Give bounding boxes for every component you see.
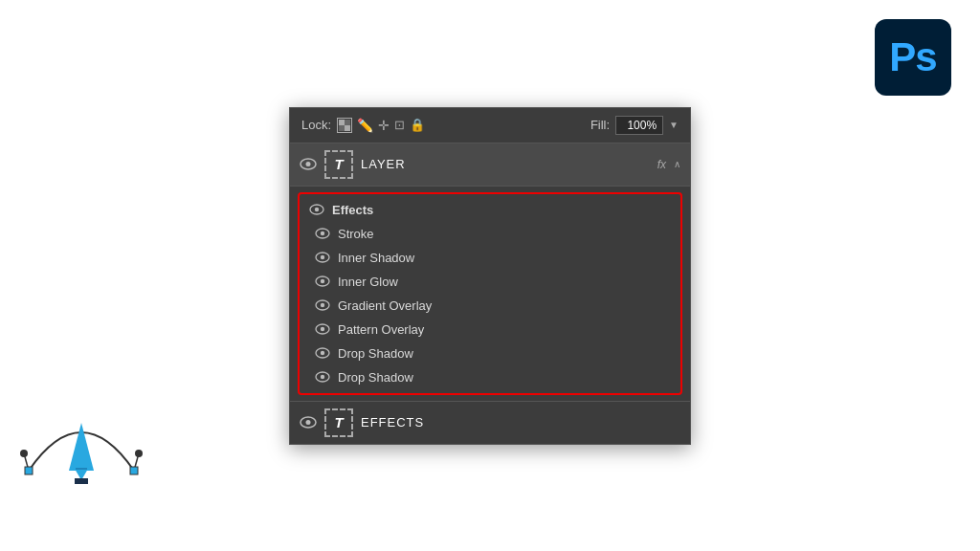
pen-tool-icon	[19, 385, 144, 513]
effect-drop-shadow-2-label: Drop Shadow	[338, 370, 413, 385]
effect-item-drop-shadow-2[interactable]: Drop Shadow	[300, 365, 680, 389]
effect-item-inner-glow[interactable]: Inner Glow	[300, 270, 680, 294]
effects-header-label: Effects	[332, 203, 373, 217]
fill-value-input[interactable]: 100%	[615, 116, 663, 135]
effect-drop-shadow-1-label: Drop Shadow	[338, 346, 413, 361]
effects-container: Effects Stroke	[298, 192, 682, 395]
lock-icons: ✏️ ✛ ⊡ 🔒	[337, 118, 425, 133]
effect-item-drop-shadow-1[interactable]: Drop Shadow	[300, 342, 680, 365]
layer-thumbnail: T	[324, 150, 353, 179]
eye-icon-stroke[interactable]	[315, 228, 330, 239]
bottom-layer-thumbnail: T	[324, 408, 353, 437]
svg-rect-10	[339, 120, 345, 125]
svg-point-19	[321, 231, 324, 235]
svg-point-1	[20, 450, 28, 457]
eye-icon-pattern-overlay[interactable]	[315, 323, 330, 335]
svg-point-25	[321, 303, 324, 307]
layer-row-main[interactable]: T LAYER fx ∧	[290, 143, 690, 187]
svg-marker-6	[69, 423, 94, 471]
svg-rect-11	[345, 125, 350, 131]
svg-point-3	[135, 450, 143, 457]
checkerboard-icon[interactable]	[337, 118, 352, 133]
eye-icon-drop-shadow-2[interactable]	[315, 371, 330, 383]
svg-point-23	[321, 279, 324, 283]
effect-pattern-overlay-label: Pattern Overlay	[338, 322, 424, 337]
lock-label: Lock:	[301, 118, 331, 132]
effect-item-inner-shadow[interactable]: Inner Shadow	[300, 246, 680, 270]
eye-icon-bottom-layer[interactable]	[300, 416, 317, 430]
eye-icon-effects[interactable]	[309, 204, 324, 215]
main-container: Ps L	[0, 0, 980, 551]
effect-inner-shadow-label: Inner Shadow	[338, 251, 414, 265]
effect-gradient-overlay-label: Gradient Overlay	[338, 298, 432, 313]
fill-label: Fill:	[590, 118, 610, 132]
svg-point-29	[321, 351, 324, 355]
eye-icon-gradient-overlay[interactable]	[315, 299, 330, 311]
bottom-layer-row[interactable]: T EFFECTS	[290, 401, 690, 444]
svg-point-17	[315, 208, 319, 211]
lock-icon[interactable]: 🔒	[410, 118, 425, 132]
lock-fill-row: Lock: ✏️ ✛	[290, 108, 690, 143]
layer-name[interactable]: LAYER	[361, 157, 650, 171]
effect-item-stroke[interactable]: Stroke	[300, 222, 680, 246]
svg-point-33	[306, 420, 311, 425]
effects-header-item[interactable]: Effects	[300, 198, 680, 222]
fill-dropdown-arrow[interactable]: ▼	[669, 120, 679, 130]
lock-section: Lock: ✏️ ✛	[301, 118, 425, 133]
eye-icon-inner-shadow[interactable]	[315, 252, 330, 263]
transform-icon[interactable]: ⊡	[394, 118, 405, 132]
svg-rect-12	[345, 120, 350, 125]
bottom-layer-name[interactable]: EFFECTS	[361, 415, 680, 430]
effect-item-pattern-overlay[interactable]: Pattern Overlay	[300, 318, 680, 342]
fill-section: Fill: 100% ▼	[590, 116, 679, 135]
eye-icon-layer[interactable]	[300, 158, 317, 171]
ps-logo: Ps	[875, 19, 951, 96]
effect-item-gradient-overlay[interactable]: Gradient Overlay	[300, 294, 680, 318]
eye-icon-inner-glow[interactable]	[315, 276, 330, 287]
svg-point-27	[321, 327, 324, 331]
effect-stroke-label: Stroke	[338, 227, 374, 241]
layers-panel: Lock: ✏️ ✛	[289, 107, 691, 445]
svg-rect-5	[130, 467, 138, 474]
effect-inner-glow-label: Inner Glow	[338, 275, 398, 289]
ps-logo-text: Ps	[889, 34, 936, 80]
svg-point-21	[321, 255, 324, 259]
fx-badge: fx	[657, 158, 666, 171]
svg-rect-9	[75, 478, 88, 484]
move-icon[interactable]: ✛	[378, 118, 390, 133]
svg-rect-4	[25, 467, 33, 474]
eye-icon-drop-shadow-1[interactable]	[315, 347, 330, 359]
svg-rect-13	[339, 125, 345, 131]
svg-point-31	[321, 375, 324, 379]
svg-point-15	[306, 162, 311, 166]
brush-icon[interactable]: ✏️	[357, 118, 373, 133]
expand-arrow[interactable]: ∧	[674, 159, 680, 169]
